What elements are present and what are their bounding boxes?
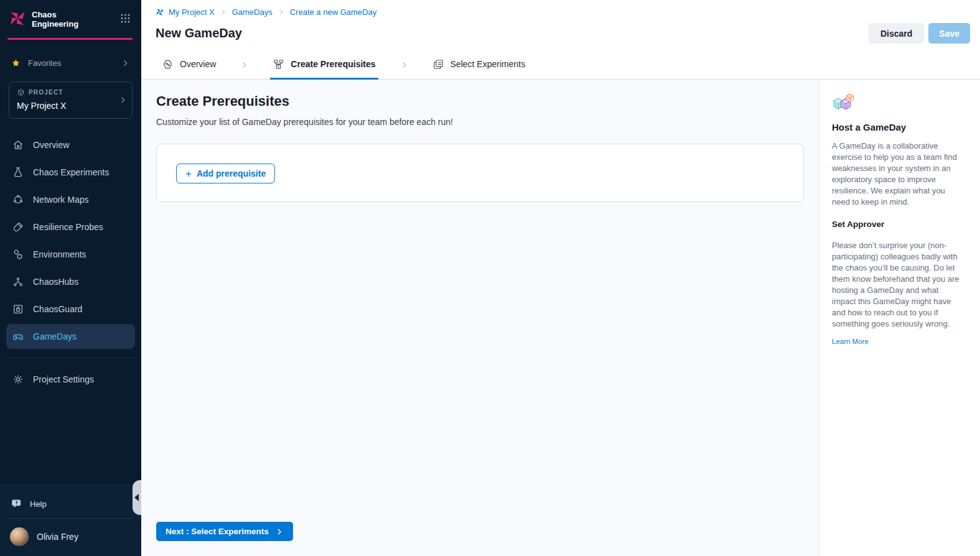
gamepad-icon [12,330,24,343]
next-select-experiments-button[interactable]: Next : Select Experiments [156,522,293,541]
chevron-right-icon [278,9,285,16]
help-panel-title: Host a GameDay [832,122,963,132]
help-chat-icon: ? [11,499,22,509]
chaos-logo-icon [9,10,26,27]
collapse-arrow-icon [134,494,139,501]
user-profile[interactable]: Olivia Frey [0,520,141,556]
help-panel-section-title: Set Approver [832,220,963,229]
tab-label: Overview [180,59,216,69]
sidebar-item-chaosguard[interactable]: ChaosGuard [6,297,135,322]
brand-divider [7,38,133,40]
environments-icon [12,248,24,261]
sidebar-item-gamedays[interactable]: GameDays [6,324,135,349]
sidebar-item-chaoshubs[interactable]: ChaosHubs [6,269,135,294]
tab-overview[interactable]: Overview [159,50,218,80]
project-label: PROJECT [29,89,63,96]
network-map-icon [12,193,24,206]
sidebar-divider [7,358,134,358]
sidebar-item-network-maps[interactable]: Network Maps [6,187,135,212]
breadcrumb: My Project X GameDays Create a new GameD… [141,0,980,17]
sidebar-item-label: Project Settings [33,374,94,384]
guard-lock-icon [12,303,24,315]
project-name: My Project X [17,101,117,111]
main-content: Create Prerequisites Customize your list… [141,80,819,556]
page-header: My Project X GameDays Create a new GameD… [141,0,980,50]
tab-select-experiments[interactable]: Select Experiments [430,50,528,80]
chevron-right-icon [220,9,227,16]
tab-create-prerequisites[interactable]: Create Prerequisites [270,50,378,80]
hub-icon [12,276,24,288]
project-selector[interactable]: PROJECT My Project X [9,81,133,119]
favorites-label: Favorites [28,58,113,68]
overview-tab-icon [162,58,174,70]
chevron-right-icon [275,527,284,536]
sidebar-collapse-handle[interactable] [133,480,141,515]
section-subheading: Customize your list of GameDay prerequis… [156,117,819,127]
chevron-right-icon [118,95,128,104]
add-prerequisite-button[interactable]: + Add prerequisite [176,164,275,183]
section-heading: Create Prerequisites [156,93,819,109]
sidebar-nav: Overview Chaos Experiments Network Maps … [0,132,141,349]
learn-more-link[interactable]: Learn More [832,338,869,345]
sidebar-item-label: Overview [33,140,69,150]
sidebar-item-label: ChaosGuard [33,304,82,314]
save-button[interactable]: Save [928,23,970,44]
experiments-tab-icon [432,58,444,70]
flask-icon [12,166,24,178]
chevron-right-icon [218,50,270,79]
brand: Chaos Engineering [0,0,141,29]
home-icon [12,139,24,151]
sidebar-item-label: Resilience Probes [33,222,103,232]
sidebar: Chaos Engineering Favorites P [0,0,141,556]
help-panel-intro: A GameDay is a collaborative exercise to… [832,141,963,208]
breadcrumb-logo-icon [156,8,164,16]
probe-icon [12,221,24,233]
svg-text:?: ? [16,500,18,506]
sidebar-item-favorites[interactable]: Favorites [5,53,136,73]
sidebar-item-label: Environments [33,249,86,259]
help-button[interactable]: ? Help [0,493,141,517]
sidebar-item-overview[interactable]: Overview [6,132,135,157]
sidebar-item-label: ChaosHubs [33,277,78,287]
chevron-right-icon [378,50,430,79]
help-panel-section-body: Please don’t surprise your (non-particip… [832,240,963,330]
sidebar-item-label: GameDays [33,331,77,341]
user-name: Olivia Frey [37,532,78,542]
next-button-label: Next : Select Experiments [166,527,269,536]
chevron-right-icon [121,58,130,68]
help-panel: Host a GameDay A GameDay is a collaborat… [820,80,980,556]
sidebar-divider [7,518,134,519]
plus-icon: + [185,169,192,179]
avatar [10,527,29,546]
sidebar-item-resilience-probes[interactable]: Resilience Probes [6,215,135,239]
breadcrumb-link-gamedays[interactable]: GameDays [232,7,273,17]
sidebar-item-label: Network Maps [33,195,88,205]
star-icon [11,58,21,68]
sidebar-item-project-settings[interactable]: Project Settings [6,367,135,392]
sidebar-item-environments[interactable]: Environments [6,242,135,267]
tab-label: Select Experiments [450,59,526,69]
prerequisites-tab-icon [273,58,284,70]
breadcrumb-link-project[interactable]: My Project X [169,7,215,17]
brand-title: Chaos Engineering [32,10,78,29]
help-label: Help [30,499,47,509]
sidebar-item-label: Chaos Experiments [33,167,109,177]
sidebar-item-chaos-experiments[interactable]: Chaos Experiments [6,160,135,185]
add-prerequisite-label: Add prerequisite [197,169,266,178]
cube-icon [17,88,25,96]
cubes-illustration-icon [832,93,963,113]
sidebar-bottom: ? Help Olivia Frey [0,484,141,556]
gear-icon [12,373,24,386]
discard-button[interactable]: Discard [869,23,924,44]
tab-label: Create Prerequisites [291,59,375,69]
breadcrumb-link-create-gameday[interactable]: Create a new GameDay [290,7,376,17]
module-switcher-icon[interactable] [119,12,131,24]
wizard-tabs: Overview Create Prerequisites Select Exp… [141,50,980,80]
page-title: New GameDay [156,26,869,40]
prerequisites-card: + Add prerequisite [156,144,804,202]
